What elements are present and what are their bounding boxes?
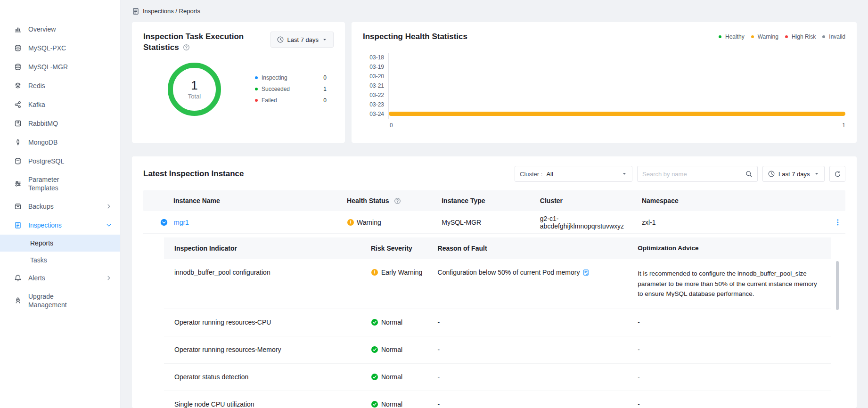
sliders-icon bbox=[14, 180, 22, 188]
refresh-button[interactable] bbox=[829, 166, 845, 182]
top-cards-row: Inspection Task Execution Statistics Las… bbox=[132, 22, 857, 143]
redis-icon bbox=[14, 82, 22, 90]
legend-dot bbox=[255, 88, 258, 90]
breadcrumb: Inspections / Reports bbox=[132, 0, 857, 22]
cell-actions bbox=[825, 219, 845, 226]
cell-indicator: Operator running resources-CPU bbox=[164, 318, 371, 326]
sidebar-item-label: Kafka bbox=[28, 100, 45, 109]
task-stats-title: Inspection Task Execution Statistics bbox=[143, 32, 244, 52]
legend-item-inspecting: Inspecting 0 bbox=[255, 72, 327, 83]
sidebar-item-rabbitmq[interactable]: RabbitMQ bbox=[0, 114, 120, 133]
legend-value: 0 bbox=[323, 74, 327, 81]
sidebar-item-kafka[interactable]: Kafka bbox=[0, 95, 120, 114]
sidebar-item-label: Reports bbox=[30, 239, 53, 247]
detail-row: Single node CPU utilization Normal - - bbox=[164, 391, 831, 408]
legend-item-healthy: Healthy bbox=[719, 33, 745, 40]
app-root: Overview MySQL-PXC MySQL-MGR Redis Kafka… bbox=[0, 0, 868, 408]
task-stats-range-select[interactable]: Last 7 days bbox=[270, 32, 334, 48]
report-breadcrumb-icon bbox=[132, 8, 139, 15]
cell-indicator: innodb_buffer_pool configuration bbox=[164, 269, 371, 276]
total-donut-chart: 1 Total bbox=[168, 63, 221, 116]
col-header-instance-name: Instance Name bbox=[143, 197, 347, 204]
x-tick-max: 1 bbox=[842, 122, 845, 129]
cluster-filter-select[interactable]: Cluster : All bbox=[515, 166, 632, 182]
report-file-icon[interactable] bbox=[582, 269, 590, 276]
col-header-namespace: Namespace bbox=[642, 197, 825, 204]
y-tick-label: 03-18 bbox=[366, 54, 388, 61]
search-icon[interactable] bbox=[745, 170, 753, 178]
refresh-icon bbox=[834, 171, 841, 178]
mysql-pxc-icon bbox=[14, 44, 22, 52]
legend-label: Invalid bbox=[829, 33, 845, 40]
main-content: Inspections / Reports Inspection Task Ex… bbox=[121, 0, 868, 408]
sidebar-item-alerts[interactable]: Alerts bbox=[0, 269, 120, 287]
health-stats-card: Inspecting Health Statistics Healthy War… bbox=[352, 22, 857, 143]
cell-indicator: Operator status detection bbox=[164, 373, 371, 381]
search-input[interactable] bbox=[642, 171, 745, 178]
sidebar-item-reports[interactable]: Reports bbox=[0, 235, 120, 252]
legend-label: Failed bbox=[262, 97, 277, 104]
legend-item-high-risk: High Risk bbox=[785, 33, 816, 40]
range-value: Last 7 days bbox=[778, 171, 810, 178]
cell-advice: - bbox=[638, 317, 831, 327]
sidebar-item-inspections[interactable]: Inspections bbox=[0, 216, 120, 235]
inspection-detail-table: Inspection Indicator Risk Severity Reaso… bbox=[164, 237, 831, 408]
sidebar-item-label: Tasks bbox=[30, 256, 47, 264]
sidebar-item-backups[interactable]: Backups bbox=[0, 197, 120, 216]
detail-row: Operator status detection Normal - - bbox=[164, 364, 831, 391]
help-icon[interactable] bbox=[394, 197, 401, 204]
chevron-right-icon bbox=[106, 204, 112, 209]
legend-dot bbox=[822, 35, 825, 38]
sidebar-item-tasks[interactable]: Tasks bbox=[0, 252, 120, 269]
sidebar-item-mysql-mgr[interactable]: MySQL-MGR bbox=[0, 57, 120, 76]
collapse-row-icon[interactable] bbox=[160, 219, 168, 226]
y-tick-label: 03-22 bbox=[366, 92, 388, 98]
cell-health-status: Warning bbox=[347, 219, 442, 226]
health-bar-chart: 03-18 03-19 03-20 03-21 03-22 03-23 03-2… bbox=[363, 53, 845, 129]
instances-range-select[interactable]: Last 7 days bbox=[762, 166, 825, 182]
sidebar-item-label: Overview bbox=[28, 25, 56, 33]
kafka-icon bbox=[14, 101, 22, 108]
range-value: Last 7 days bbox=[287, 36, 319, 43]
breadcrumb-text[interactable]: Inspections / Reports bbox=[143, 8, 200, 15]
y-tick-label: 03-24 bbox=[366, 111, 388, 117]
sidebar-item-label: Parameter Templates bbox=[28, 175, 79, 192]
vertical-scrollbar-thumb[interactable] bbox=[836, 261, 839, 310]
bar-track bbox=[388, 72, 845, 81]
legend-dot bbox=[255, 76, 258, 79]
help-icon[interactable] bbox=[183, 44, 190, 51]
warning-status-icon bbox=[347, 219, 354, 226]
table-controls: Cluster : All Last 7 days bbox=[515, 166, 845, 182]
legend-label: High Risk bbox=[792, 33, 816, 40]
sidebar-item-mysql-pxc[interactable]: MySQL-PXC bbox=[0, 39, 120, 57]
health-status-text: Warning bbox=[357, 219, 381, 226]
task-stats-card: Inspection Task Execution Statistics Las… bbox=[132, 22, 345, 143]
cluster-filter-label: Cluster : bbox=[520, 171, 542, 178]
bar-track bbox=[388, 62, 845, 72]
sidebar-item-label: Alerts bbox=[28, 274, 45, 282]
bar-track bbox=[388, 81, 845, 90]
sidebar-item-label: MySQL-PXC bbox=[28, 44, 66, 52]
col-header-health-status: Health Status bbox=[347, 197, 442, 204]
cell-advice: It is recommended to configure the innod… bbox=[638, 269, 831, 299]
sidebar-item-postgresql[interactable]: PostgreSQL bbox=[0, 152, 120, 171]
instance-name-link[interactable]: mgr1 bbox=[174, 219, 189, 226]
sidebar-item-parameter-templates[interactable]: Parameter Templates bbox=[0, 171, 120, 197]
legend-dot bbox=[785, 35, 788, 38]
sidebar-item-label: MySQL-MGR bbox=[28, 63, 68, 71]
kebab-menu-icon[interactable] bbox=[834, 219, 842, 226]
sidebar-item-upgrade-management[interactable]: Upgrade Management bbox=[0, 287, 120, 314]
cell-reason: - bbox=[438, 373, 638, 381]
mongodb-icon bbox=[14, 139, 22, 146]
sidebar-item-redis[interactable]: Redis bbox=[0, 76, 120, 95]
warning-status-icon bbox=[371, 269, 378, 276]
table-header-row: Instance Name Health Status Instance Typ… bbox=[143, 190, 845, 211]
bell-icon bbox=[14, 274, 22, 282]
sidebar-item-overview[interactable]: Overview bbox=[0, 20, 120, 39]
sidebar: Overview MySQL-PXC MySQL-MGR Redis Kafka… bbox=[0, 0, 121, 408]
col-header-inspection-indicator: Inspection Indicator bbox=[164, 245, 371, 252]
sidebar-item-mongodb[interactable]: MongoDB bbox=[0, 133, 120, 152]
sidebar-item-label: PostgreSQL bbox=[28, 157, 64, 165]
y-tick-label: 03-23 bbox=[366, 101, 388, 108]
detail-row: innodb_buffer_pool configuration Early W… bbox=[164, 259, 831, 309]
